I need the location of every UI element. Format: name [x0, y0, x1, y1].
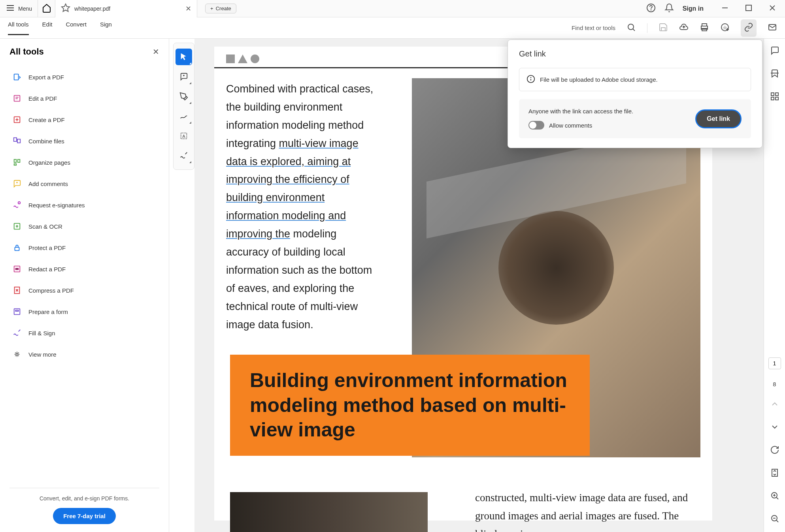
mail-icon[interactable]	[768, 23, 777, 34]
cloud-upload-icon[interactable]	[679, 23, 689, 34]
ai-assist-icon[interactable]: +	[720, 23, 730, 34]
print-icon[interactable]	[700, 23, 709, 34]
tool-icon	[12, 157, 22, 167]
tool-item-redact-a-pdf[interactable]: Redact a PDF	[9, 258, 159, 280]
chat-icon[interactable]	[770, 46, 779, 57]
svg-rect-7	[746, 5, 751, 11]
tool-item-compress-a-pdf[interactable]: Compress a PDF	[9, 280, 159, 301]
tab-sign[interactable]: Sign	[100, 21, 112, 35]
sidebar-close-icon[interactable]: ✕	[153, 47, 159, 56]
tool-label: Prepare a form	[28, 308, 68, 315]
close-window-icon[interactable]	[768, 3, 777, 14]
grid-icon[interactable]	[770, 92, 779, 103]
create-label: Create	[216, 6, 231, 11]
bell-icon[interactable]	[664, 3, 674, 14]
tool-item-organize-pages[interactable]: Organize pages	[9, 152, 159, 173]
tab-edit[interactable]: Edit	[42, 21, 53, 35]
search-icon[interactable]	[626, 23, 636, 34]
menu-button[interactable]: Menu	[0, 0, 38, 17]
sign-tool[interactable]	[175, 147, 192, 164]
total-pages: 8	[773, 381, 776, 387]
current-page-input[interactable]: 1	[768, 357, 781, 369]
bookmark-icon[interactable]	[770, 69, 779, 80]
zoom-in-icon[interactable]	[770, 491, 779, 502]
highlight-tool[interactable]	[175, 88, 192, 105]
fit-page-icon[interactable]	[770, 468, 779, 479]
vertical-toolbar: A	[173, 43, 194, 170]
tool-icon	[12, 136, 22, 146]
allow-comments-label: Allow comments	[549, 122, 592, 129]
tool-item-create-a-pdf[interactable]: Create a PDF	[9, 109, 159, 130]
svg-rect-37	[15, 268, 18, 270]
tool-label: Create a PDF	[28, 117, 65, 123]
tool-item-prepare-a-form[interactable]: Prepare a form	[9, 301, 159, 322]
body-paragraph: Combined with practical cases, the build…	[214, 80, 388, 334]
tool-item-view-more[interactable]: View more	[9, 344, 159, 365]
save-icon[interactable]	[659, 23, 668, 34]
toolbar: All tools Edit Convert Sign Find text or…	[0, 17, 785, 39]
star-icon[interactable]	[61, 3, 70, 14]
minimize-icon[interactable]	[720, 3, 730, 14]
rotate-icon[interactable]	[770, 445, 779, 456]
sidebar-footer-text: Convert, edit, and e-sign PDF forms.	[9, 495, 159, 502]
zoom-out-icon[interactable]	[770, 514, 779, 525]
tool-item-request-e-signatures[interactable]: Request e-signatures	[9, 194, 159, 216]
tool-label: Add comments	[28, 180, 68, 187]
divider	[9, 488, 159, 488]
tool-icon	[12, 200, 22, 210]
svg-text:A: A	[182, 134, 185, 139]
tool-item-scan-ocr[interactable]: Scan & OCR	[9, 216, 159, 237]
tab-close-icon[interactable]: ✕	[185, 4, 191, 13]
hamburger-icon	[6, 3, 15, 14]
tool-item-fill-sign[interactable]: Fill & Sign	[9, 322, 159, 344]
comment-tool[interactable]	[175, 68, 192, 85]
separator	[647, 23, 647, 33]
tab-convert[interactable]: Convert	[66, 21, 87, 35]
tool-item-edit-a-pdf[interactable]: Edit a PDF	[9, 88, 159, 109]
svg-point-32	[18, 202, 21, 204]
maximize-icon[interactable]	[744, 3, 753, 14]
popup-info-row: File will be uploaded to Adobe cloud sto…	[519, 68, 751, 91]
tab-all-tools[interactable]: All tools	[8, 21, 29, 35]
chevron-down-icon[interactable]	[770, 422, 779, 433]
right-rail: 1 8	[764, 39, 785, 532]
tool-item-protect-a-pdf[interactable]: Protect a PDF	[9, 237, 159, 258]
para-link[interactable]: multi-view image data is explored, aimin…	[226, 137, 359, 240]
text-tool[interactable]: A	[175, 128, 192, 144]
circle-shape	[251, 55, 259, 63]
tool-item-export-a-pdf[interactable]: Export a PDF	[9, 66, 159, 88]
tool-item-combine-files[interactable]: Combine files	[9, 130, 159, 152]
file-tab[interactable]: whitepaper.pdf ✕	[55, 0, 197, 17]
tool-item-add-comments[interactable]: Add comments	[9, 173, 159, 194]
all-tools-sidebar: All tools ✕ Export a PDFEdit a PDFCreate…	[0, 39, 169, 532]
tool-icon	[12, 285, 22, 295]
tool-label: Scan & OCR	[28, 223, 62, 230]
free-trial-button[interactable]: Free 7-day trial	[53, 508, 116, 524]
create-button[interactable]: + Create	[205, 4, 236, 13]
tool-label: Combine files	[28, 138, 64, 145]
tab-title: whitepaper.pdf	[74, 6, 110, 12]
popup-info-text: File will be uploaded to Adobe cloud sto…	[540, 76, 658, 83]
tool-label: Edit a PDF	[28, 95, 57, 102]
home-button[interactable]	[38, 0, 55, 17]
access-text: Anyone with the link can access the file…	[528, 108, 633, 115]
help-icon[interactable]	[646, 3, 656, 14]
home-icon	[42, 3, 51, 14]
para-post: modeling accuracy of building local info…	[226, 228, 372, 330]
svg-rect-29	[14, 164, 17, 165]
tool-label: Request e-signatures	[28, 202, 85, 209]
headline-text: Building environment information modelin…	[250, 368, 570, 442]
link-share-icon[interactable]	[741, 19, 757, 37]
svg-rect-50	[776, 97, 778, 100]
svg-rect-18	[14, 74, 19, 80]
allow-comments-toggle[interactable]	[528, 121, 544, 130]
signin-link[interactable]: Sign in	[683, 5, 704, 12]
chevron-up-icon[interactable]	[770, 399, 779, 410]
triangle-shape	[238, 55, 247, 63]
get-link-button[interactable]: Get link	[695, 109, 742, 128]
select-tool[interactable]	[175, 49, 192, 65]
find-label: Find text or tools	[572, 24, 615, 31]
tool-label: Compress a PDF	[28, 287, 74, 294]
draw-tool[interactable]	[175, 108, 192, 124]
tool-label: Fill & Sign	[28, 330, 55, 336]
